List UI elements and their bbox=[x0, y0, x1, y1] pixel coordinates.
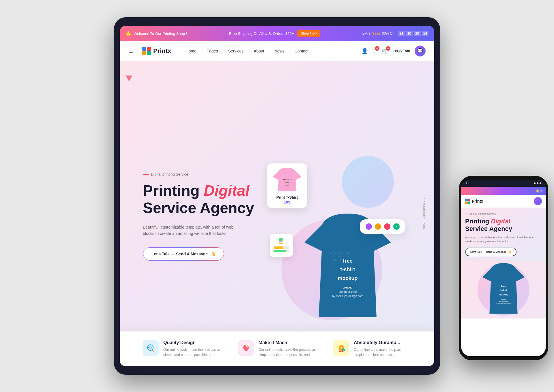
guarantee-icon: ★ ✓ bbox=[337, 344, 346, 353]
shop-now-button[interactable]: Shop Now bbox=[297, 30, 320, 37]
svg-text:⏱: ⏱ bbox=[247, 345, 249, 347]
phone-signal-icon bbox=[534, 182, 536, 184]
svg-text:and published: and published bbox=[499, 301, 508, 302]
color-dot-green-check[interactable]: ✓ bbox=[393, 223, 400, 230]
layout-bar-color-2 bbox=[274, 250, 286, 252]
nav-pages[interactable]: Pages bbox=[207, 49, 218, 53]
layout-bar-1 bbox=[274, 246, 289, 249]
service-2-title: Make It Mach bbox=[259, 340, 316, 345]
service-2-text: Make It Mach Our online tools make the p… bbox=[259, 340, 316, 357]
cart-icon[interactable]: 🛒 0 bbox=[382, 48, 388, 54]
contact-email-side: Contacts@mail.com bbox=[422, 198, 426, 229]
service-label-text: Digital printing Service bbox=[151, 172, 188, 176]
product-tshirt-svg: MENS CYC CREW Thicker... bbox=[273, 167, 302, 193]
phone-title-printing: Printing bbox=[465, 218, 491, 225]
nav-links: Home Pages Services About News Contact bbox=[186, 49, 353, 53]
hero-text: Digital printing Service Printing Digita… bbox=[143, 172, 264, 261]
welcome-text: Welcome To Our Printing Shop ! bbox=[134, 31, 187, 36]
service-3-title: Absolutely Guranta... bbox=[354, 340, 411, 345]
svg-text:Thicker...: Thicker... bbox=[285, 184, 289, 186]
service-icon-match: ⏱ bbox=[238, 340, 254, 356]
hero-section: Digital printing Service Printing Digita… bbox=[120, 61, 434, 366]
chat-button[interactable]: 💬 bbox=[415, 46, 426, 56]
layout-icon-row bbox=[279, 238, 284, 244]
svg-text:I J K L M N O P: I J K L M N O P bbox=[330, 259, 349, 261]
svg-rect-14 bbox=[151, 349, 154, 352]
hero-title-printing: Printing bbox=[143, 182, 204, 199]
quality-design-icon bbox=[146, 344, 156, 353]
services-preview: Quality Design Our online tools make the… bbox=[120, 331, 434, 366]
nav-news[interactable]: News bbox=[274, 49, 285, 53]
banner-left: 🌟 Welcome To Our Printing Shop ! bbox=[126, 31, 187, 36]
cta-button[interactable]: Let's Talk — Send A Message 👋 bbox=[143, 247, 224, 261]
nav-about[interactable]: About bbox=[254, 49, 264, 53]
phone-banner: 🌟 !p bbox=[461, 187, 546, 195]
color-dot-purple[interactable] bbox=[366, 223, 372, 230]
svg-text:created: created bbox=[343, 286, 352, 289]
user-icon[interactable]: 👤 bbox=[362, 48, 368, 54]
phone-logo-text: Printx bbox=[472, 199, 483, 203]
phone-screen: 9:41 🌟 !p bbox=[461, 180, 546, 356]
phone-menu-button[interactable]: ☰ bbox=[534, 197, 542, 205]
service-item-3: ★ ✓ Absolutely Guranta... Our online too… bbox=[333, 340, 411, 357]
hamburger-icon[interactable]: ☰ bbox=[128, 48, 134, 54]
hero-content: Digital printing Service Printing Digita… bbox=[143, 76, 411, 357]
layout-cols bbox=[279, 238, 283, 244]
phone-tshirt-mockup: free t-shirt mockup created and publishe… bbox=[480, 262, 527, 318]
phone-hero-title: Printing Digital Service Agency bbox=[465, 218, 542, 233]
logo[interactable]: Printx bbox=[142, 47, 171, 55]
phone-logo-sq1 bbox=[465, 199, 468, 201]
nav-home[interactable]: Home bbox=[186, 49, 196, 53]
svg-text:CREW: CREW bbox=[285, 181, 289, 183]
phone-service-label-text: Digital printing Service bbox=[470, 212, 496, 215]
layout-col-green bbox=[279, 238, 283, 241]
phone-logo-sq3 bbox=[465, 201, 468, 204]
service-1-desc: Our online tools make the process as sim… bbox=[163, 347, 221, 357]
banner-right: Extra Save 30% Off : 21 10 20 14 bbox=[362, 31, 428, 36]
nav-actions: 👤 ♡ 0 🛒 0 Let,S Talk 💬 bbox=[362, 46, 426, 56]
service-1-title: Quality Design bbox=[163, 340, 221, 345]
banner-emoji-icon: 🌟 bbox=[126, 31, 131, 36]
hero-circle-blue bbox=[342, 156, 394, 208]
svg-text:1 2 3 4 5 6 7 8: 1 2 3 4 5 6 7 8 bbox=[330, 256, 349, 258]
nav-contact[interactable]: Contact bbox=[295, 49, 308, 53]
wishlist-icon[interactable]: ♡ 0 bbox=[373, 48, 377, 54]
phone-subtitle: Beautiful, customizable template, with a… bbox=[465, 236, 542, 244]
phone-cta-button[interactable]: Let's Talk — Send A Message 👋 bbox=[465, 248, 516, 256]
layout-col-yellow bbox=[279, 243, 283, 244]
color-dot-red[interactable] bbox=[384, 223, 390, 230]
svg-text:by mockups-design.com: by mockups-design.com bbox=[496, 303, 511, 304]
cta-emoji-icon: 👋 bbox=[211, 252, 216, 256]
wishlist-badge: 0 bbox=[375, 46, 379, 51]
tablet-screen: 🌟 Welcome To Our Printing Shop ! Free Sh… bbox=[120, 26, 434, 366]
phone-navbar: Printx ☰ bbox=[461, 195, 546, 208]
product-name: Print T-Shirt bbox=[270, 195, 304, 199]
count-minutes: 10 bbox=[406, 31, 413, 36]
svg-text:t-shirt: t-shirt bbox=[500, 289, 507, 292]
phone-logo-sq2 bbox=[468, 199, 471, 201]
service-icon-design bbox=[143, 340, 159, 356]
phone-logo-sq4 bbox=[468, 201, 471, 204]
phone-tshirt-area: free t-shirt mockup created and publishe… bbox=[461, 261, 546, 318]
logo-sq-green bbox=[147, 51, 151, 55]
make-it-match-icon: ⏱ bbox=[242, 344, 251, 353]
countdown: 21 10 20 14 bbox=[398, 31, 428, 36]
service-1-text: Quality Design Our online tools make the… bbox=[163, 340, 221, 357]
logo-sq-blue bbox=[142, 47, 146, 51]
phone-logo: Printx bbox=[465, 199, 483, 204]
phone-banner-text: 🌟 !p bbox=[536, 189, 542, 193]
count-seconds: 20 bbox=[414, 31, 420, 36]
nav-services[interactable]: Services bbox=[228, 49, 244, 53]
cta-text: Let's Talk — Send A Message bbox=[151, 252, 208, 256]
logo-text: Printx bbox=[153, 47, 171, 55]
svg-text:MENS CYC: MENS CYC bbox=[282, 178, 292, 180]
layout-col-pink bbox=[279, 241, 283, 242]
tablet-device: 🌟 Welcome To Our Printing Shop ! Free Sh… bbox=[114, 17, 440, 375]
phone-battery-icon bbox=[540, 182, 541, 184]
color-dot-yellow[interactable] bbox=[375, 223, 381, 230]
svg-text:by mockups-design.com: by mockups-design.com bbox=[332, 295, 363, 298]
lets-talk-nav[interactable]: Let,S Talk bbox=[393, 49, 410, 53]
phone-device: 9:41 🌟 !p bbox=[459, 176, 548, 360]
svg-text:✓: ✓ bbox=[342, 349, 345, 351]
color-swatches-card: ✓ bbox=[360, 219, 405, 234]
